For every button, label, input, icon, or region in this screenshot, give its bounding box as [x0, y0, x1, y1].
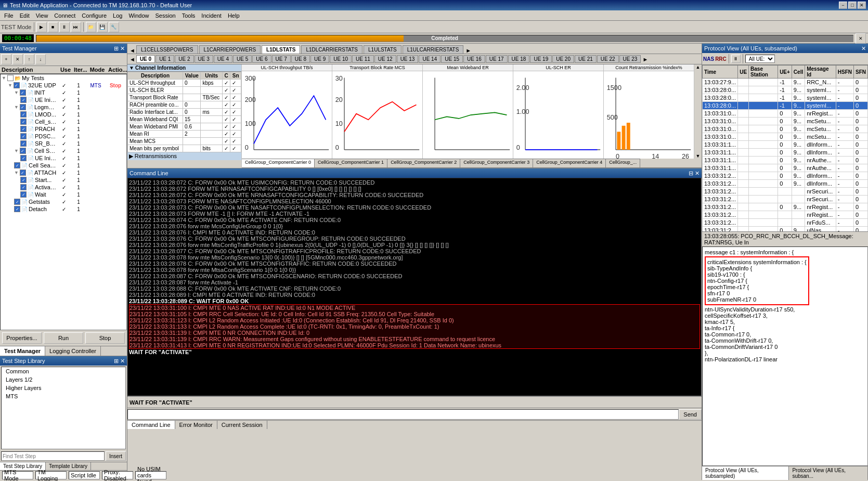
tree-checkbox[interactable]: ✓	[20, 133, 27, 139]
tree-item[interactable]: ✓📄Start...✓1	[1, 176, 126, 184]
stats-row[interactable]: Mean Wideband PMI0.6✓✓	[128, 123, 241, 131]
tree-use[interactable]: ✓	[57, 170, 71, 176]
tab-test-manager[interactable]: Test Manager	[0, 346, 45, 356]
tree-item[interactable]: ✓📄Getstats✓1	[1, 198, 126, 205]
tab-proto-all-ues[interactable]: Protocol View (All UEs, subsampled)	[702, 466, 789, 480]
cellgroup-tab-5[interactable]: CellGroup_...	[606, 159, 640, 167]
proto-row[interactable]: 13:03:31:2...nrRegist...-0	[703, 211, 868, 219]
proto-row[interactable]: 13:03:28:0...-19...systemI...-0	[703, 94, 868, 102]
proto-row[interactable]: 13:03:31:0...09...nrRegist...-0	[703, 110, 868, 118]
proto-row[interactable]: 13:03:31:1...09...dlInform...-0	[703, 149, 868, 157]
tree-checkbox[interactable]: ✓	[20, 111, 27, 118]
tab-proto-all-ues-2[interactable]: Protocol View (All UEs, subsan...	[789, 466, 868, 480]
pause-btn[interactable]: ⏸	[59, 22, 70, 32]
tab-command-line[interactable]: Command Line	[127, 421, 175, 429]
cellgroup-tab-0[interactable]: CellGroup_ComponentCarrier 0	[242, 159, 315, 167]
ue-tab-ue-15[interactable]: UE 15	[441, 55, 463, 63]
main-tab-l1dlstats[interactable]: L1DLSTATS	[262, 45, 300, 54]
tree-use[interactable]: ✓	[57, 97, 71, 103]
tree-checkbox[interactable]: ✓	[14, 162, 20, 168]
tree-checkbox[interactable]: ✓	[14, 82, 20, 88]
ue-tab-ue-2[interactable]: UE 2	[175, 55, 193, 63]
tree-checkbox[interactable]: ✓	[20, 89, 26, 96]
ue-tab-ue-4[interactable]: UE 4	[214, 55, 232, 63]
step-library-item[interactable]: Higher Layers	[2, 384, 125, 392]
ue-tab-ue-5[interactable]: UE 5	[233, 55, 252, 63]
proto-row[interactable]: 13:03:31:1...09...dlInform...-0	[703, 141, 868, 149]
menu-item-edit[interactable]: Edit	[17, 11, 33, 20]
tabs-prev-arrow[interactable]: ◄	[128, 47, 136, 54]
run-btn[interactable]: Run	[44, 332, 83, 344]
tree-use[interactable]: ✓	[57, 199, 71, 205]
tree-use[interactable]: ✓	[57, 206, 71, 212]
ue-tab-ue-16[interactable]: UE 16	[463, 55, 485, 63]
record-btn[interactable]: ▶	[36, 22, 47, 32]
command-area[interactable]: 23/11/22 13:03:28:072 C: FORW 0x00 Ok MT…	[127, 178, 702, 396]
menu-item-configure[interactable]: Configure	[79, 11, 110, 20]
proto-pause-btn[interactable]: ⏸	[731, 55, 741, 63]
send-button[interactable]: Send	[679, 409, 702, 420]
main-tab-l1ulcarrierstats[interactable]: L1ULCARRIERSTATS	[403, 45, 464, 54]
menu-item-session[interactable]: Session	[152, 11, 179, 20]
ue-tab-ue-22[interactable]: UE 22	[597, 55, 619, 63]
stats-row[interactable]: Mean bits per symbolbits✓✓	[128, 145, 241, 152]
step-library-item[interactable]: Common	[2, 367, 125, 375]
stats-row[interactable]: Mean RI2✓✓	[128, 131, 241, 138]
proto-row[interactable]: 13:03:31:2...09...ulNas...-0	[703, 227, 868, 232]
tree-use[interactable]: ✓	[57, 112, 71, 118]
ue-tab-ue-20[interactable]: UE 20	[552, 55, 574, 63]
stop-btn[interactable]: ■	[48, 22, 58, 32]
tool-btn-1[interactable]: 📁	[86, 22, 96, 32]
tree-item[interactable]: ✓📄UE Init...✓1	[1, 154, 126, 162]
scroll-down[interactable]: ▼	[696, 153, 701, 159]
tree-checkbox[interactable]: ✓	[20, 184, 27, 190]
proto-row[interactable]: 13:03:31:2...nrSecuri...-0	[703, 196, 868, 203]
stats-row[interactable]: Radio Interface Lat...0ms✓✓	[128, 109, 241, 116]
scroll-up[interactable]: ▲	[696, 64, 701, 70]
stop-test-btn[interactable]: Stop	[85, 332, 125, 344]
tabs-next-arrow[interactable]: ►	[464, 47, 472, 54]
tree-use[interactable]: ✓	[57, 177, 71, 183]
menu-item-view[interactable]: View	[33, 11, 51, 20]
ue-tab-ue-14[interactable]: UE 14	[419, 55, 441, 63]
ue-tab-ue-21[interactable]: UE 21	[575, 55, 597, 63]
tree-checkbox[interactable]: ✓	[20, 119, 27, 125]
ue-tab-ue-8[interactable]: UE 8	[291, 55, 310, 63]
tree-item[interactable]: ▼📂My Tests	[1, 74, 126, 82]
tree-item[interactable]: ✓📄Cell Searc...✓1	[1, 162, 126, 169]
tab-logging-controller[interactable]: Logging Controller	[45, 346, 101, 356]
proto-row[interactable]: 13:03:31:2...nrFduS...-0	[703, 219, 868, 227]
main-tab-l1carrierpowers[interactable]: L1CARRIERPOWERS	[199, 45, 261, 54]
channel-info-header[interactable]: ▼ Channel Information	[127, 64, 241, 72]
tree-checkbox[interactable]: ✓	[20, 97, 27, 103]
tree-item[interactable]: ▼✓📄32UE UDP✓1MTSStop	[1, 82, 126, 89]
cellgroup-tab-4[interactable]: CellGroup_ComponentCarrier 4	[533, 159, 606, 167]
tree-checkbox[interactable]: ✓	[20, 104, 26, 110]
main-tab-l1ulstats[interactable]: L1ULSTATS	[364, 45, 401, 54]
ue-tab-ue-12[interactable]: UE 12	[374, 55, 396, 63]
ue-tab-ue-6[interactable]: UE 6	[252, 55, 271, 63]
tree-use[interactable]: ✓	[57, 155, 71, 161]
retransmissions-header[interactable]: ▶ Retransmissions	[127, 152, 241, 160]
tree-item[interactable]: ▼✓📄Logmask✓1	[1, 103, 126, 111]
tree-item[interactable]: ✓📄SR_BSR✓1	[1, 140, 126, 147]
tree-item[interactable]: ▼✓📄ATTACH✓1	[1, 169, 126, 176]
tree-item[interactable]: ✓📄PDSC...✓1	[1, 133, 126, 140]
proto-row[interactable]: 13:03:31:0...09...mcSetu...-0	[703, 133, 868, 141]
tree-checkbox[interactable]: ✓	[20, 140, 27, 147]
menu-item-connect[interactable]: Connect	[51, 11, 79, 20]
tree-checkbox[interactable]	[7, 75, 14, 81]
proto-row[interactable]: 13:03:31:1...09...nrAuthe...-0	[703, 157, 868, 164]
ue-tab-ue-23[interactable]: UE 23	[619, 55, 641, 63]
minimize-button[interactable]: −	[839, 2, 847, 9]
close-button[interactable]: ✕	[858, 2, 866, 9]
ue-selector[interactable]: All UE:	[745, 55, 775, 63]
stats-row[interactable]: Transport Block RateTB/Sec✓✓	[128, 94, 241, 101]
tool-btn-2[interactable]: 💾	[97, 22, 108, 32]
cellgroup-tab-2[interactable]: CellGroup_ComponentCarrier 2	[387, 159, 460, 167]
insert-btn[interactable]: Insert	[106, 451, 126, 461]
tree-item[interactable]: ✓📄LMOD...✓1	[1, 111, 126, 118]
ue-tab-ue-11[interactable]: UE 11	[352, 55, 374, 63]
menu-item-help[interactable]: Help	[225, 11, 243, 20]
add-test-btn[interactable]: +	[1, 54, 11, 64]
